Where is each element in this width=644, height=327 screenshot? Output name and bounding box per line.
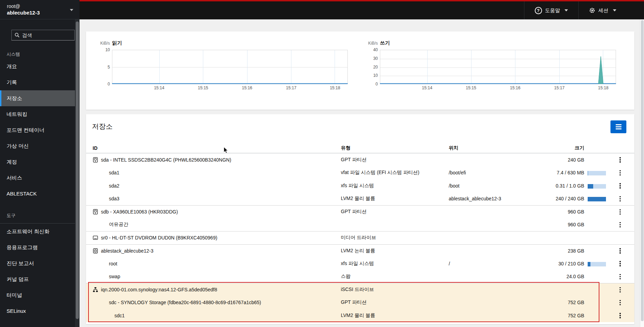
storage-card: 저장소 ID 유형 위치 크기 sda - INTEL SSDSC2BB240G… <box>86 114 634 324</box>
table-row-sdb[interactable]: sdb - XA960LE10063 (HKR03DDG) GPT 파티션 96… <box>86 205 634 218</box>
kebab-menu-button[interactable] <box>617 285 624 295</box>
table-row-swap[interactable]: swap 스왑 24.0 GB <box>86 270 634 283</box>
row-type: xfs 파일 시스템 <box>341 183 449 189</box>
session-label: 세션 <box>598 7 608 14</box>
read-series-line <box>112 50 348 84</box>
sidebar-item-vms[interactable]: 가상 머신 <box>0 138 80 154</box>
y-tick: 10 <box>96 47 110 52</box>
volume-group-icon <box>93 248 98 254</box>
x-tick: 15:17 <box>554 85 564 90</box>
write-chart-unit: KiB/s <box>368 41 378 46</box>
table-row-sda2[interactable]: sda2 xfs 파일 시스템 /boot 0.31 / 1.0 GB <box>86 179 634 192</box>
y-tick: 30 <box>364 56 378 61</box>
row-size: 30 / 210 GB <box>532 261 588 266</box>
x-tick: 15:17 <box>286 85 296 90</box>
help-label: 도움말 <box>545 7 560 14</box>
col-header-location: 위치 <box>449 145 532 151</box>
row-size: 752 GB <box>532 313 588 318</box>
row-id: 여유공간 <box>109 221 128 228</box>
sidebar-item-apps[interactable]: 응용프로그램 <box>0 239 80 255</box>
sidebar-item-storage[interactable]: 저장소 <box>0 90 80 106</box>
sidebar-scrollbar[interactable] <box>75 19 80 327</box>
kebab-menu-button[interactable] <box>617 155 624 165</box>
disk-icon <box>93 209 98 215</box>
sidebar-item-logs[interactable]: 기록 <box>0 74 80 90</box>
kebab-menu-button[interactable] <box>617 298 624 308</box>
sidebar-item-sosreport[interactable]: 진단 보고서 <box>0 255 80 271</box>
usage-bar <box>588 262 606 266</box>
y-tick: 40 <box>364 47 378 52</box>
y-tick: 0 <box>96 82 110 87</box>
kebab-menu-button[interactable] <box>617 207 624 217</box>
row-type: LVM2 논리 볼륨 <box>341 248 449 254</box>
nav-section-tools: 도구 <box>0 211 80 220</box>
main-scrollbar[interactable] <box>640 19 644 327</box>
cockpit-storage-page: ? 도움말 세션 root@ ablecube12-3 <box>0 0 644 327</box>
table-row-root[interactable]: root xfs 파일 시스템 / 30 / 210 GB <box>86 257 634 270</box>
y-tick: 0 <box>364 82 378 87</box>
table-row-sda3[interactable]: sda3 LVM2 물리 볼륨 ablestack_ablecube12-3 2… <box>86 192 634 206</box>
table-row-sda1[interactable]: sda1 vfat 파일 시스템 (EFI 시스템 파티션) /boot/efi… <box>86 166 634 180</box>
sidebar-search[interactable] <box>11 30 75 40</box>
x-tick: 15:14 <box>154 85 164 90</box>
x-tick: 15:18 <box>330 85 340 90</box>
table-row-sdc1[interactable]: sdc1 LVM2 물리 볼륨 752 GB <box>86 309 634 322</box>
read-chart: KiB/s 읽기 10 5 0 15:14 15:15 15:16 15:17 … <box>112 50 348 84</box>
row-size: 238 GB <box>532 248 588 254</box>
kebab-menu-button[interactable] <box>617 220 624 230</box>
sidebar-item-podman[interactable]: 포드맨 컨테이너 <box>0 122 80 138</box>
row-id: sdc - SYNOLOGY Storage (fdbea20c-6891-48… <box>109 300 261 305</box>
kebab-menu-button[interactable] <box>617 246 624 256</box>
sidebar-item-kdump[interactable]: 커널 덤프 <box>0 271 80 287</box>
col-header-size: 크기 <box>532 145 588 151</box>
table-row-volume-group[interactable]: ablestack_ablecube12-3 LVM2 논리 볼륨 238 GB <box>86 244 634 257</box>
kebab-menu-button[interactable] <box>617 168 624 178</box>
kebab-menu-button[interactable] <box>617 259 624 269</box>
row-location: /boot/efi <box>449 170 532 175</box>
row-id: swap <box>109 274 120 279</box>
sidebar-item-selinux[interactable]: SELinux <box>0 303 80 319</box>
storage-menu-button[interactable] <box>610 120 626 133</box>
kebab-menu-button[interactable] <box>617 181 624 191</box>
host-switcher[interactable]: root@ ablecube12-3 <box>0 0 80 19</box>
row-size: 240 / 240 GB <box>532 196 588 201</box>
row-id: sda1 <box>109 170 119 175</box>
search-icon <box>15 33 20 38</box>
kebab-menu-button[interactable] <box>617 311 624 320</box>
media-drive-icon <box>93 235 98 240</box>
row-id: root <box>109 261 117 266</box>
row-size: 960 GB <box>532 209 588 215</box>
sidebar: root@ ablecube12-3 시스템 개요 기록 저장소 네트워킹 포드… <box>0 0 80 327</box>
main-scrollbar-thumb[interactable] <box>641 20 644 321</box>
row-location: /boot <box>449 183 532 189</box>
table-row-iscsi-target[interactable]: iqn.2000-01.com.synology:nas4.12-GFS.a5d… <box>86 283 634 296</box>
table-header: ID 유형 위치 크기 <box>86 143 634 153</box>
sidebar-item-networking[interactable]: 네트워킹 <box>0 106 80 122</box>
kebab-menu-button[interactable] <box>617 272 624 282</box>
row-id: ablestack_ablecube12-3 <box>101 248 153 254</box>
sidebar-item-ablestack[interactable]: ABLESTACK <box>0 186 80 202</box>
table-row-free-space[interactable]: 여유공간 960 GB <box>86 218 634 231</box>
write-series-line <box>380 50 616 84</box>
search-input[interactable] <box>22 33 64 38</box>
row-location: ablestack_ablecube12-3 <box>449 196 532 201</box>
help-menu-button[interactable]: ? 도움말 <box>524 1 579 19</box>
session-menu-button[interactable]: 세션 <box>578 1 627 19</box>
table-row-sdc[interactable]: sdc - SYNOLOGY Storage (fdbea20c-6891-48… <box>86 296 634 309</box>
sidebar-item-terminal[interactable]: 터미널 <box>0 287 80 303</box>
row-id: sda - INTEL SSDSC2BB240G4C (PHWL625600B3… <box>101 157 231 163</box>
row-id: sdb - XA960LE10063 (HKR03DDG) <box>101 209 178 215</box>
sidebar-item-overview[interactable]: 개요 <box>0 58 80 74</box>
kebab-menu-button[interactable] <box>617 194 624 204</box>
sidebar-item-accounts[interactable]: 계정 <box>0 154 80 170</box>
sidebar-scrollbar-thumb[interactable] <box>76 21 79 319</box>
table-row-sr0[interactable]: sr0 - HL-DT-ST DVDROM DUD0N (B9KRXC40509… <box>86 231 634 244</box>
sidebar-item-services[interactable]: 서비스 <box>0 170 80 186</box>
y-tick: 10 <box>364 73 378 78</box>
sidebar-item-updates[interactable]: 소프트웨어 최신화 <box>0 224 80 239</box>
row-size: 752 GB <box>532 300 588 305</box>
row-type: GPT 파티션 <box>341 209 449 215</box>
table-row-sda[interactable]: sda - INTEL SSDSC2BB240G4C (PHWL625600B3… <box>86 153 634 166</box>
row-size: 0.31 / 1.0 GB <box>532 183 588 189</box>
host-name: ablecube12-3 <box>7 9 75 16</box>
